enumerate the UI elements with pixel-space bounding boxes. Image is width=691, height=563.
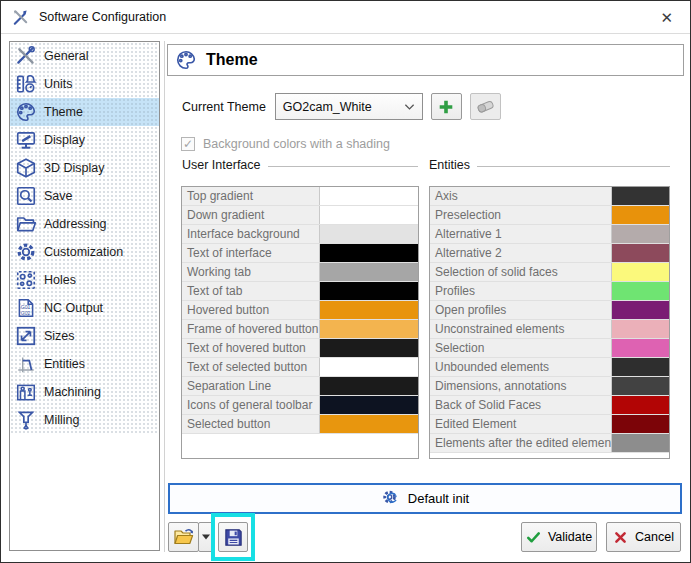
color-swatch[interactable] — [612, 339, 669, 357]
sidebar-item-customization[interactable]: Customization — [10, 238, 159, 266]
color-row[interactable]: Frame of hovered button — [182, 320, 418, 339]
color-row[interactable]: Dimensions, annotations — [430, 377, 669, 396]
color-swatch[interactable] — [612, 206, 669, 224]
delete-theme-button[interactable] — [470, 93, 501, 120]
color-row[interactable]: Text of interface — [182, 244, 418, 263]
color-swatch[interactable] — [320, 301, 418, 319]
sidebar-item-list: GeneralUnitsThemeDisplay3D DisplaySaveAd… — [10, 42, 159, 434]
color-row[interactable]: Separation Line — [182, 377, 418, 396]
color-swatch[interactable] — [612, 244, 669, 262]
cross-icon — [613, 530, 628, 545]
check-icon — [526, 530, 541, 545]
sidebar-item-sizes[interactable]: Sizes — [10, 322, 159, 350]
color-swatch[interactable] — [320, 187, 418, 205]
sidebar-item-display[interactable]: Display — [10, 126, 159, 154]
close-icon[interactable]: ✕ — [655, 8, 678, 27]
sidebar-item-label: 3D Display — [44, 161, 104, 175]
color-row[interactable]: Alternative 1 — [430, 225, 669, 244]
sidebar-item-nc-output[interactable]: G01G02NC Output — [10, 294, 159, 322]
holes-icon — [15, 269, 37, 291]
sidebar-item-units[interactable]: Units — [10, 70, 159, 98]
color-row[interactable]: Selection — [430, 339, 669, 358]
color-swatch[interactable] — [612, 282, 669, 300]
tools-icon — [15, 45, 37, 67]
color-swatch[interactable] — [612, 301, 669, 319]
sidebar-item-entities[interactable]: Entities — [10, 350, 159, 378]
color-row[interactable]: Selected button — [182, 415, 418, 434]
color-swatch[interactable] — [320, 339, 418, 357]
color-row[interactable]: Back of Solid Faces — [430, 396, 669, 415]
color-swatch[interactable] — [320, 263, 418, 281]
color-swatch[interactable] — [320, 396, 418, 414]
color-row[interactable]: Alternative 2 — [430, 244, 669, 263]
color-swatch[interactable] — [320, 282, 418, 300]
color-row[interactable]: Working tab — [182, 263, 418, 282]
color-row[interactable]: Text of tab — [182, 282, 418, 301]
color-swatch[interactable] — [320, 225, 418, 243]
save-theme-button[interactable] — [218, 522, 248, 552]
color-row[interactable]: Axis — [430, 187, 669, 206]
color-swatch[interactable] — [612, 263, 669, 281]
color-row[interactable]: Open profiles — [430, 301, 669, 320]
title-bar: Software Configuration ✕ — [1, 1, 690, 34]
software-configuration-dialog: Software Configuration ✕ GeneralUnitsThe… — [0, 0, 691, 563]
color-swatch[interactable] — [612, 396, 669, 414]
current-theme-select[interactable]: GO2cam_White — [275, 93, 423, 120]
color-row-label: Selection — [430, 339, 612, 357]
color-swatch[interactable] — [320, 377, 418, 395]
sidebar-item-save[interactable]: Save — [10, 182, 159, 210]
sidebar-item-3d-display[interactable]: 3D Display — [10, 154, 159, 182]
color-row[interactable]: Profiles — [430, 282, 669, 301]
color-row[interactable]: Icons of general toolbar — [182, 396, 418, 415]
color-swatch[interactable] — [320, 320, 418, 338]
sidebar-item-general[interactable]: General — [10, 42, 159, 70]
open-theme-button[interactable] — [168, 522, 199, 552]
color-swatch[interactable] — [612, 358, 669, 376]
sidebar-item-holes[interactable]: Holes — [10, 266, 159, 294]
machining-icon — [15, 381, 37, 403]
color-swatch[interactable] — [612, 225, 669, 243]
color-row[interactable]: Text of selected button — [182, 358, 418, 377]
color-row[interactable]: Hovered button — [182, 301, 418, 320]
shading-checkbox[interactable]: ✓ — [181, 137, 195, 151]
entities-color-list: AxisPreselectionAlternative 1Alternative… — [429, 186, 670, 459]
color-swatch[interactable] — [612, 434, 669, 452]
sidebar-item-theme[interactable]: Theme — [10, 98, 159, 126]
default-init-button[interactable]: Default init — [168, 483, 682, 514]
entities-group-title: Entities — [429, 158, 470, 172]
default-init-label: Default init — [408, 491, 469, 506]
color-swatch[interactable] — [320, 358, 418, 376]
color-row-label: Text of hovered button — [182, 339, 320, 357]
sidebar-item-addressing[interactable]: Addressing — [10, 210, 159, 238]
color-row[interactable]: Down gradient — [182, 206, 418, 225]
color-swatch[interactable] — [320, 415, 418, 433]
color-swatch[interactable] — [320, 206, 418, 224]
validate-button[interactable]: Validate — [521, 522, 597, 552]
color-row[interactable]: Preselection — [430, 206, 669, 225]
wrench-screwdriver-icon — [11, 8, 30, 27]
color-row[interactable]: Elements after the edited element — [430, 434, 669, 453]
color-swatch[interactable] — [612, 415, 669, 433]
color-row[interactable]: Edited Element — [430, 415, 669, 434]
color-row[interactable]: Text of hovered button — [182, 339, 418, 358]
color-swatch[interactable] — [612, 187, 669, 205]
color-swatch[interactable] — [320, 244, 418, 262]
color-row[interactable]: Top gradient — [182, 187, 418, 206]
sidebar-item-milling[interactable]: Milling — [10, 406, 159, 434]
color-row[interactable]: Unconstrained elements — [430, 320, 669, 339]
cancel-button[interactable]: Cancel — [606, 522, 681, 552]
color-row-label: Unbounded elements — [430, 358, 612, 376]
color-swatch[interactable] — [612, 320, 669, 338]
current-theme-row: Current Theme GO2cam_White — [182, 93, 501, 120]
color-swatch[interactable] — [612, 377, 669, 395]
panel-separator — [164, 41, 165, 552]
gear-refresh-icon — [381, 489, 400, 508]
sidebar-item-label: Display — [44, 133, 85, 147]
sidebar-item-machining[interactable]: Machining — [10, 378, 159, 406]
color-row[interactable]: Unbounded elements — [430, 358, 669, 377]
color-row[interactable]: Interface background — [182, 225, 418, 244]
add-theme-button[interactable] — [431, 93, 462, 120]
window-title: Software Configuration — [39, 10, 166, 24]
color-row[interactable]: Selection of solid faces — [430, 263, 669, 282]
sidebar-item-label: Milling — [44, 413, 79, 427]
